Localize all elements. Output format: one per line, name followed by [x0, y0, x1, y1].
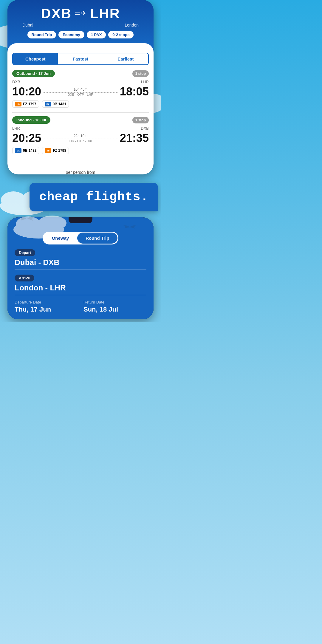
cabin-filter[interactable]: Economy — [58, 31, 84, 38]
blue-logo-2: BA — [15, 148, 21, 153]
return-date-label: Return Date — [83, 300, 146, 304]
phone-notch — [69, 217, 92, 223]
outbound-label: Outbound - 17 Jun — [12, 70, 55, 77]
top-phone-mockup: DXB ✈ LHR Dubai London Round Trip — [7, 0, 154, 174]
inbound-arrive-time: 21:35 — [120, 132, 149, 145]
departure-date-value[interactable]: Thu, 17 Jun — [15, 306, 78, 313]
dates-section: Departure Date Thu, 17 Jun Return Date S… — [7, 300, 154, 319]
outbound-airlines: db FZ 1797 BA 0B 1431 — [12, 100, 149, 108]
outbound-via: DXB - OTP - LHR — [68, 93, 94, 96]
outbound-airline-2: BA 0B 1431 — [42, 100, 69, 108]
outbound-dest-code: LHR — [141, 80, 149, 84]
inbound-airlines: BA 0B 1432 db FZ 1798 — [12, 147, 149, 154]
stops-filter[interactable]: 0-2 stops — [108, 31, 134, 38]
depart-value[interactable]: Dubai - DXB — [15, 258, 146, 270]
price-bar: per person from — [7, 164, 154, 174]
outbound-flight-2: 0B 1431 — [53, 102, 66, 106]
svg-point-7 — [1, 191, 26, 208]
pax-filter[interactable]: 1 PAX — [87, 31, 106, 38]
inbound-flight-2: FZ 1798 — [53, 148, 66, 153]
inbound-duration: 22h 10m — [74, 134, 88, 138]
origin-code: DXB — [41, 5, 72, 21]
sort-tabs: Cheapest Fastest Earliest — [12, 53, 149, 65]
dubai-logo-2: db — [45, 148, 51, 153]
inbound-airline-1: BA 0B 1432 — [12, 147, 39, 154]
tab-earliest[interactable]: Earliest — [103, 53, 148, 64]
outbound-arrive-time: 18:05 — [120, 85, 149, 98]
inbound-label: Inbound - 18 Jul — [12, 116, 50, 124]
svg-point-11 — [38, 216, 66, 230]
depart-label: Depart — [15, 249, 35, 256]
tab-fastest[interactable]: Fastest — [58, 53, 103, 64]
departure-date-label: Departure Date — [15, 300, 78, 304]
dubai-logo-1: db — [15, 102, 21, 106]
cheap-flights-text: cheap flights. — [39, 190, 148, 204]
tab-cheapest[interactable]: Cheapest — [13, 53, 58, 64]
blue-logo-1: BA — [45, 102, 51, 106]
inbound-dest-code: DXB — [141, 126, 149, 131]
arrive-label: Arrive — [15, 275, 34, 281]
inbound-via: LHR - OTP - DXB — [68, 139, 94, 143]
plane-route-icon: ✈ — [75, 10, 86, 17]
return-date-field: Return Date Sun, 18 Jul — [83, 300, 146, 313]
outbound-airline-1: db FZ 1797 — [12, 100, 39, 108]
cheap-flights-bubble: cheap flights. — [30, 183, 158, 211]
outbound-depart-time: 10:20 — [12, 85, 41, 98]
outbound-origin-code: DXB — [12, 80, 20, 84]
outbound-duration: 10h 45m — [74, 87, 88, 92]
search-form: Depart Dubai - DXB Arrive London - LHR — [7, 249, 154, 295]
inbound-stops: 1 stop — [132, 117, 149, 123]
inbound-depart-time: 20:25 — [12, 132, 41, 145]
outbound-flight-1: FZ 1797 — [23, 102, 36, 106]
return-date-value[interactable]: Sun, 18 Jul — [83, 306, 146, 313]
departure-date-field: Departure Date Thu, 17 Jun — [15, 300, 78, 313]
inbound-airline-2: db FZ 1798 — [42, 147, 69, 154]
dest-code: LHR — [90, 5, 120, 21]
trip-type-filter[interactable]: Round Trip — [27, 31, 56, 38]
inbound-origin-code: LHR — [12, 126, 20, 131]
origin-name: Dubai — [22, 23, 33, 27]
inbound-flight-1: 0B 1432 — [23, 148, 36, 153]
dest-name: London — [125, 23, 139, 27]
arrive-value[interactable]: London - LHR — [15, 283, 146, 295]
outbound-stops: 1 stop — [132, 70, 149, 77]
flight-header: DXB ✈ LHR Dubai London Round Trip — [7, 0, 154, 43]
roundtrip-toggle[interactable]: Round Trip — [77, 233, 117, 244]
outbound-card: Outbound - 17 Jun 1 stop DXB LHR 10:20 1… — [7, 70, 154, 164]
